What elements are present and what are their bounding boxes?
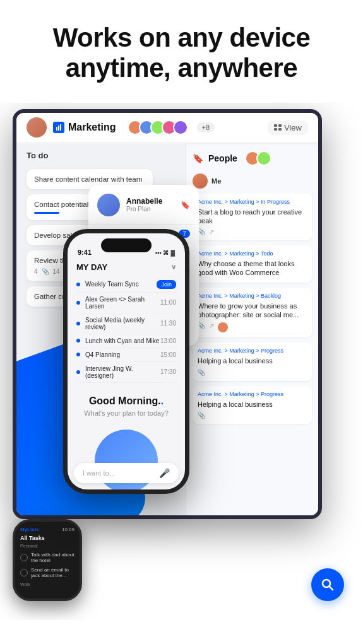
- arrow-icon: ↗: [209, 228, 214, 235]
- task-title: Where to grow your business as photograp…: [198, 302, 307, 320]
- svg-rect-4: [278, 124, 282, 127]
- day-item: Weekly Team Sync Join: [76, 277, 176, 293]
- watch-crown: [81, 544, 82, 556]
- assignee-avatar: [218, 322, 228, 332]
- phone: 9:41 ▪▪▪ ⌘ ▓ MY DAY ∨ Weekly Team Sync J…: [63, 229, 189, 494]
- card-text: Share content calendar with team: [34, 175, 142, 183]
- mic-icon: 🎤: [159, 468, 170, 478]
- more-members-badge: +8: [197, 122, 215, 132]
- task-icons: 📎: [198, 369, 307, 376]
- sidebar-userplan: Pro Plan: [126, 206, 162, 213]
- item-dot: [76, 339, 80, 342]
- item-dot: [76, 283, 80, 286]
- item-name: Alex Green <> Sarah Larsen: [85, 296, 160, 310]
- watch-section-title: All Tasks: [20, 535, 74, 541]
- svg-rect-2: [60, 124, 61, 131]
- watch-task-text: Send an email to jack about the...: [31, 567, 74, 579]
- item-time: 15:00: [160, 351, 176, 358]
- phone-input[interactable]: I want to... 🎤: [74, 463, 179, 483]
- monitor-topbar: Marketing +8 View: [16, 113, 318, 143]
- sidebar-user-info: Annabelle Pro Plan: [126, 197, 162, 213]
- sidebar-user-avatar: [97, 194, 120, 216]
- task-title: Helping a local business: [198, 400, 307, 409]
- devices-container: Marketing +8 View: [0, 103, 363, 620]
- task-meta: Acme Inc. > Marketing > Backlog: [198, 293, 307, 299]
- hero-line2: anytime, anywhere: [66, 53, 297, 83]
- day-item: Lunch with Cyan and Mike 13:00: [76, 334, 176, 348]
- hero-line1: Works on any device: [53, 23, 311, 52]
- paperclip-icon: 📎: [198, 412, 205, 419]
- bar-chart-icon: [53, 122, 64, 133]
- col-header-todo: To do: [27, 148, 153, 163]
- phone-screen: 9:41 ▪▪▪ ⌘ ▓ MY DAY ∨ Weekly Team Sync J…: [68, 233, 185, 489]
- watch-checkbox: [20, 569, 28, 577]
- greeting-dot: .: [161, 395, 164, 406]
- greeting-sub: What's your plan for today?: [76, 409, 176, 417]
- view-button[interactable]: View: [268, 120, 308, 135]
- item-name: Social Media (weekly review): [85, 317, 160, 331]
- join-button[interactable]: Join: [157, 280, 176, 289]
- watch-checkbox: [20, 554, 28, 561]
- battery-icon: ▓: [170, 250, 175, 256]
- item-dot: [76, 322, 80, 325]
- phone-greeting: Good Morning.. What's your plan for toda…: [68, 383, 185, 423]
- person-avatar-2: [256, 151, 271, 166]
- monitor-team-avatars: [128, 120, 188, 135]
- input-placeholder: I want to...: [83, 469, 115, 477]
- search-fab[interactable]: [311, 568, 344, 601]
- me-label: Me: [211, 177, 221, 185]
- svg-rect-0: [56, 127, 57, 131]
- wifi-icon: ⌘: [163, 250, 169, 256]
- item-time: 11:00: [160, 299, 176, 306]
- progress-bar: [34, 212, 59, 214]
- task-card: Acme Inc. > Marketing > Backlog Where to…: [193, 288, 312, 338]
- item-name: Interview Jing W.(designer): [85, 365, 160, 379]
- watch-work-label: Work: [20, 582, 74, 587]
- item-name: Weekly Team Sync: [85, 281, 153, 288]
- paperclip-icon: 📎: [198, 369, 205, 376]
- item-time: 17:30: [160, 368, 176, 375]
- monitor-avatar: [27, 117, 47, 138]
- hero-heading: Works on any device anytime, anywhere: [0, 0, 363, 103]
- right-panel-header: 🔖 People: [193, 151, 312, 166]
- phone-status-icons: ▪▪▪ ⌘ ▓: [155, 250, 175, 256]
- watch-section-sub: Personal: [20, 544, 74, 548]
- item-name: Lunch with Cyan and Mike: [85, 337, 160, 344]
- svg-rect-3: [274, 124, 277, 127]
- arrow-icon: ↗: [209, 322, 214, 332]
- task-card: Acme Inc. > Marketing > Todo Why choose …: [193, 245, 312, 283]
- sidebar-user: Annabelle Pro Plan 🔖: [88, 194, 199, 225]
- greeting-main: Good Morning.: [89, 395, 161, 406]
- day-item: Q4 Planning 15:00: [76, 348, 176, 362]
- task-meta: Acme Inc. > Marketing > Progress: [198, 391, 307, 397]
- item-time: 11:30: [160, 320, 176, 327]
- task-icons: 📎: [198, 412, 307, 419]
- team-avatar-5: [173, 120, 188, 135]
- task-meta: Acme Inc. > Marketing > Todo: [198, 250, 307, 257]
- hero-section: Works on any device anytime, anywhere: [0, 0, 363, 103]
- signal-icon: ▪▪▪: [155, 250, 162, 256]
- svg-rect-6: [278, 128, 282, 131]
- watch-task-text: Talk with dad about the hotel: [31, 552, 74, 564]
- right-panel-title: People: [208, 153, 237, 163]
- day-item: Alex Green <> Sarah Larsen 11:00: [76, 293, 176, 313]
- task-meta: Acme Inc. > Marketing > Progress: [198, 348, 307, 354]
- item-time: 13:00: [160, 337, 176, 344]
- phone-clock: 9:41: [78, 249, 92, 256]
- bookmark-pin-icon: 🔖: [181, 201, 190, 209]
- day-item: Interview Jing W.(designer) 17:30: [76, 362, 176, 383]
- me-avatar: [193, 173, 208, 189]
- watch-status-bar: MyLists 10:09: [20, 527, 74, 532]
- monitor-title: Marketing: [53, 122, 116, 133]
- item-dot: [76, 370, 80, 374]
- watch-time: 10:09: [62, 527, 74, 532]
- view-label: View: [284, 123, 302, 132]
- right-panel: 🔖 People Me Acme Inc. > Marketing > In P…: [186, 144, 318, 515]
- phone-header: MY DAY ∨: [68, 259, 185, 277]
- chevron-icon: ∨: [171, 263, 176, 271]
- watch-task: Talk with dad about the hotel: [20, 552, 74, 564]
- watch-app-name: MyLists: [20, 527, 39, 532]
- people-avatars: [245, 151, 271, 166]
- item-dot: [76, 353, 80, 356]
- item-name: Q4 Planning: [85, 351, 160, 358]
